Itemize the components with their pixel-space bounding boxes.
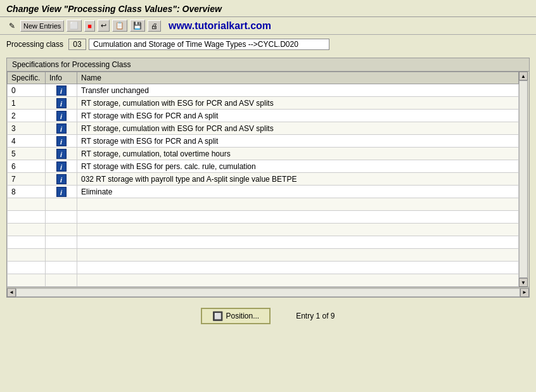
position-icon: 🔲 [212,311,223,321]
cell-info [46,236,77,249]
cell-specific: 8 [8,186,46,198]
cell-specific: 6 [8,160,46,173]
table-row: 0iTransfer unchanged [8,84,519,97]
page-title: Change View "Processing Class Values": O… [6,4,530,14]
table-row [8,211,519,224]
cell-name [77,211,519,224]
cell-specific [8,249,46,262]
scroll-up-button[interactable]: ▲ [519,72,528,80]
cell-name [77,262,519,274]
scroll-down-button[interactable]: ▼ [519,278,528,287]
info-icon[interactable]: i [56,85,67,96]
print-icon: 🖨 [151,22,158,30]
delete-icon: ■ [87,22,92,30]
cell-specific [8,236,46,249]
info-icon[interactable]: i [56,187,67,197]
table-row [8,236,519,249]
cell-info: i [46,160,77,173]
table-row: 3iRT storage, cumulation with ESG for PC… [8,122,519,135]
entry-info: Entry 1 of 9 [296,312,335,320]
table-row: 6iRT storage with ESG for pers. calc. ru… [8,160,519,173]
info-icon[interactable]: i [56,111,67,121]
cell-specific: 7 [8,173,46,186]
cell-info [46,262,77,274]
processing-class-value: 03 Cumulation and Storage of Time Wage T… [68,39,329,50]
cell-info: i [46,122,77,135]
new-entries-button[interactable]: New Entries [20,20,64,32]
undo-button[interactable]: ↩ [98,20,110,32]
processing-class-code: 03 [68,39,86,50]
cell-specific [8,262,46,274]
main-content: Specifications for Processing Class Spec… [0,54,536,301]
table-row: 5iRT storage, cumulation, total overtime… [8,148,519,160]
table-row: 2iRT storage with ESG for PCR and A spli… [8,110,519,122]
copy-button[interactable]: ⬜ [67,20,82,32]
cell-specific [8,211,46,224]
cell-specific: 5 [8,148,46,160]
cell-specific: 2 [8,110,46,122]
cell-name [77,198,519,211]
info-icon[interactable]: i [56,136,67,146]
position-label: Position... [226,312,259,320]
cell-name: RT storage with ESG for PCR and A split [77,135,519,148]
watermark: www.tutorialkart.com [169,20,271,32]
cell-info: i [46,97,77,110]
cell-name: RT storage, cumulation with ESG for PCR … [77,97,519,110]
cell-info: i [46,173,77,186]
table-row [8,274,519,287]
cell-name [77,236,519,249]
info-icon[interactable]: i [56,98,67,108]
info-icon[interactable]: i [56,161,67,172]
cell-info: i [46,110,77,122]
specifications-panel: Specifications for Processing Class Spec… [6,58,530,298]
table-row [8,262,519,274]
toolbar: ✎ New Entries ⬜ ■ ↩ 📋 💾 🖨 www.tutorialka… [0,17,536,35]
vertical-scrollbar[interactable]: ▲ ▼ [519,72,529,287]
cell-name: RT storage with ESG for pers. calc. rule… [77,160,519,173]
table-row: 7i032 RT storage with payroll type and A… [8,173,519,186]
cell-info: i [46,135,77,148]
table-row [8,198,519,211]
cell-name: RT storage with ESG for PCR and A split [77,110,519,122]
undo-icon: ↩ [101,22,106,30]
processing-class-row: Processing class 03 Cumulation and Stora… [0,35,536,54]
cell-specific: 4 [8,135,46,148]
cell-specific: 3 [8,122,46,135]
scroll-right-button[interactable]: ► [520,288,529,297]
table-container: Specific. Info Name 0iTransfer unchanged… [7,72,529,287]
cell-specific [8,274,46,287]
edit-icon: ✎ [6,20,18,32]
delete-button[interactable]: ■ [84,20,95,32]
data-table: Specific. Info Name 0iTransfer unchanged… [7,72,519,287]
save-button[interactable]: 💾 [130,20,145,32]
cell-name: Transfer unchanged [77,84,519,97]
new-entries-label: New Entries [23,22,61,30]
table-row: 4iRT storage with ESG for PCR and A spli… [8,135,519,148]
cell-name [77,249,519,262]
scroll-htrack [16,288,520,297]
panel-header: Specifications for Processing Class [7,58,529,72]
horizontal-scrollbar[interactable]: ◄ ► [7,287,529,297]
cell-specific: 1 [8,97,46,110]
table-row [8,224,519,236]
print-button[interactable]: 🖨 [148,20,161,32]
info-button[interactable]: 📋 [112,20,127,32]
position-button[interactable]: 🔲 Position... [201,308,271,324]
cell-name: Eliminate [77,186,519,198]
cell-name [77,274,519,287]
col-header-name: Name [77,72,519,84]
copy-icon: ⬜ [70,22,79,30]
info-icon[interactable]: i [56,149,67,159]
cell-info [46,211,77,224]
info-icon: 📋 [115,22,124,30]
save-icon: 💾 [133,22,142,30]
info-icon[interactable]: i [56,123,67,134]
col-header-info: Info [46,72,77,84]
table-row: 1iRT storage, cumulation with ESG for PC… [8,97,519,110]
cell-name [77,224,519,236]
cell-info [46,224,77,236]
processing-class-description: Cumulation and Storage of Time Wage Type… [89,39,329,50]
cell-specific [8,224,46,236]
info-icon[interactable]: i [56,174,67,184]
scroll-left-button[interactable]: ◄ [7,288,16,297]
